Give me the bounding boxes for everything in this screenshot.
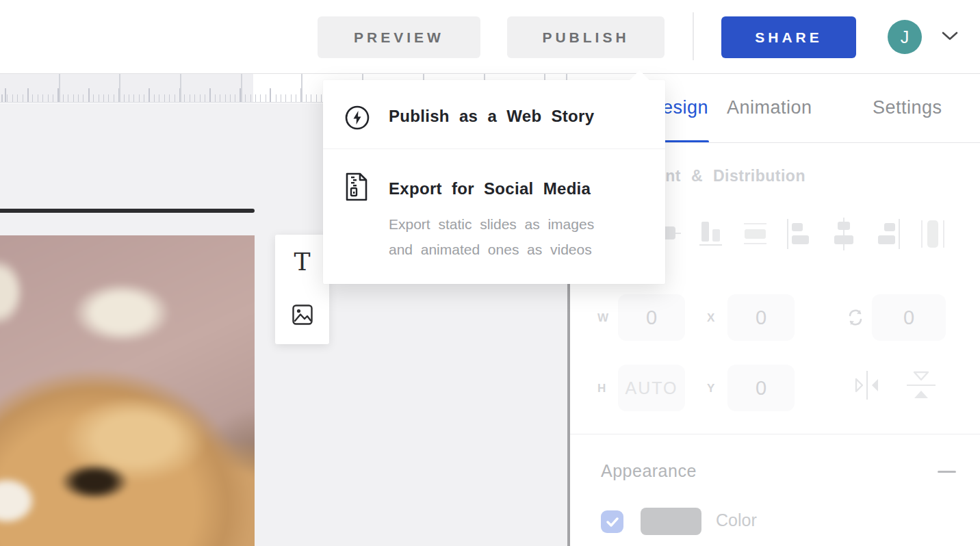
menu-item-title: Export for Social Media bbox=[389, 179, 591, 198]
account-menu-chevron[interactable] bbox=[939, 29, 961, 44]
section-divider bbox=[570, 434, 980, 434]
align-center-vertical-button[interactable] bbox=[831, 218, 857, 250]
x-input[interactable]: 0 bbox=[727, 294, 795, 341]
height-field-label: H bbox=[597, 382, 606, 395]
appearance-collapse-button[interactable] bbox=[938, 471, 956, 473]
user-avatar[interactable]: J bbox=[888, 20, 922, 54]
amp-lightning-icon bbox=[345, 105, 370, 132]
appearance-section-title: Appearance bbox=[601, 461, 697, 481]
share-button[interactable]: SHARE bbox=[721, 16, 856, 58]
preview-button[interactable]: PREVIEW bbox=[318, 16, 480, 58]
flip-vertical-button[interactable] bbox=[905, 368, 937, 404]
align-right-button[interactable] bbox=[875, 218, 901, 250]
zip-file-icon bbox=[345, 172, 368, 204]
story-editor-app: T Design Animation Settings Alignment & … bbox=[0, 0, 980, 546]
align-center-horizontal-button[interactable] bbox=[743, 218, 769, 250]
canvas-tool-palette: T bbox=[275, 235, 329, 344]
checkmark-icon bbox=[606, 517, 619, 527]
y-input[interactable]: 0 bbox=[727, 365, 795, 411]
rotation-icon bbox=[847, 309, 864, 329]
menu-item-description-line1: Export static slides as images bbox=[389, 211, 594, 237]
text-tool-button[interactable]: T bbox=[275, 236, 329, 288]
menu-item-publish-web-story[interactable]: Publish as a Web Story bbox=[323, 96, 665, 139]
menu-item-title: Publish as a Web Story bbox=[389, 107, 594, 126]
publish-button[interactable]: PUBLISH bbox=[507, 16, 665, 58]
chevron-down-icon bbox=[939, 29, 961, 44]
flip-horizontal-icon bbox=[853, 369, 881, 401]
menu-item-export-social[interactable]: Export for Social Media Export static sl… bbox=[323, 166, 665, 276]
menu-item-description-line2: and animated ones as videos bbox=[389, 237, 592, 262]
align-left-icon bbox=[787, 218, 813, 250]
flip-horizontal-button[interactable] bbox=[853, 369, 881, 403]
distribute-horizontal-button[interactable] bbox=[920, 218, 946, 250]
distribute-horizontal-icon bbox=[920, 218, 946, 250]
y-field-label: Y bbox=[707, 382, 715, 395]
rotation-input[interactable]: 0 bbox=[872, 294, 946, 341]
topbar-bottom-border bbox=[0, 73, 980, 74]
x-field-label: X bbox=[707, 311, 715, 325]
flip-vertical-icon bbox=[905, 368, 937, 402]
align-center-horizontal-icon bbox=[743, 218, 769, 250]
text-tool-icon: T bbox=[294, 250, 310, 274]
dog-photo-paint bbox=[0, 235, 255, 546]
align-bottom-icon bbox=[699, 218, 725, 250]
publish-dropdown-menu: Publish as a Web Story Export for Social… bbox=[323, 80, 665, 284]
align-center-vertical-icon bbox=[831, 218, 857, 250]
tab-settings[interactable]: Settings bbox=[873, 97, 942, 118]
image-tool-icon bbox=[292, 304, 313, 328]
menu-divider bbox=[323, 148, 665, 149]
toolbar-divider bbox=[693, 12, 694, 60]
selected-line-element[interactable] bbox=[0, 209, 255, 213]
top-toolbar: PREVIEW PUBLISH SHARE J bbox=[0, 0, 980, 73]
tab-animation[interactable]: Animation bbox=[727, 97, 812, 118]
color-enabled-checkbox[interactable] bbox=[601, 510, 623, 533]
dog-photo-element[interactable] bbox=[0, 235, 255, 546]
image-tool-button[interactable] bbox=[275, 289, 329, 341]
height-input[interactable]: AUTO bbox=[618, 365, 685, 411]
align-right-icon bbox=[875, 218, 901, 250]
color-swatch[interactable] bbox=[641, 508, 701, 535]
align-left-button[interactable] bbox=[787, 218, 813, 250]
width-field-label: W bbox=[597, 311, 609, 325]
align-bottom-button[interactable] bbox=[699, 218, 725, 250]
width-input[interactable]: 0 bbox=[618, 294, 685, 341]
color-label: Color bbox=[716, 510, 757, 530]
